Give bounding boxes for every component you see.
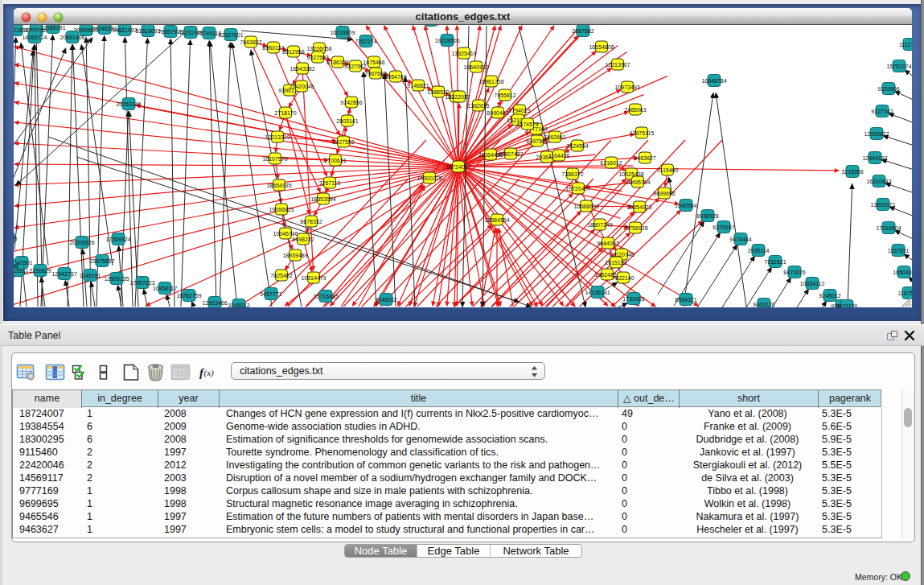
svg-text:1145191: 1145191 [80,273,101,278]
svg-text:21164436: 21164436 [478,152,503,158]
svg-text:62527601: 62527601 [218,32,243,38]
svg-text:15751074: 15751074 [886,64,911,69]
svg-text:19166825: 19166825 [269,207,294,212]
svg-text:1675466: 1675466 [363,60,384,65]
svg-text:12975115: 12975115 [630,130,655,136]
svg-text:(x): (x) [204,368,215,378]
svg-text:17016504: 17016504 [876,225,901,231]
svg-text:7625402: 7625402 [270,273,292,278]
svg-text:12942737: 12942737 [51,271,76,277]
svg-text:13692971: 13692971 [870,202,895,208]
svg-text:16495794: 16495794 [625,179,650,185]
svg-text:16640910: 16640910 [463,64,488,70]
svg-text:19384554: 19384554 [484,217,509,223]
svg-text:9699695: 9699695 [653,191,675,196]
svg-text:9463627: 9463627 [634,155,655,161]
svg-text:9463120: 9463120 [753,302,774,307]
svg-text:22420046: 22420046 [289,84,314,89]
svg-text:3215958: 3215958 [841,169,863,175]
svg-text:10120746: 10120746 [609,252,634,257]
svg-text:2156829: 2156829 [29,268,51,274]
svg-text:16210643: 16210643 [866,179,891,184]
svg-text:9115460: 9115460 [657,167,679,173]
svg-text:18353594: 18353594 [310,196,335,202]
svg-text:2803141: 2803141 [336,118,358,124]
svg-text:10914479: 10914479 [301,275,326,281]
svg-text:17957223: 17957223 [129,280,154,286]
svg-text:7485063: 7485063 [624,107,646,113]
svg-text:13226058: 13226058 [306,46,331,51]
svg-text:3624554: 3624554 [566,143,588,149]
svg-text:8471676: 8471676 [783,270,805,275]
svg-text:1640954: 1640954 [675,203,696,208]
svg-text:2718170: 2718170 [274,110,296,116]
svg-text:9227342: 9227342 [871,109,893,114]
svg-text:12923466: 12923466 [202,300,227,306]
svg-text:9474444: 9474444 [729,237,751,242]
svg-text:10958117: 10958117 [153,286,178,291]
svg-text:16543382: 16543382 [290,66,314,72]
svg-text:9242856: 9242856 [340,100,362,105]
svg-text:51819093: 51819093 [135,28,160,34]
svg-text:9457771: 9457771 [260,291,281,297]
svg-text:4574574: 4574574 [516,122,538,127]
svg-text:18939489: 18939489 [282,253,307,258]
svg-text:18724007: 18724007 [446,164,470,170]
svg-text:2935114: 2935114 [748,248,770,253]
svg-text:16961758: 16961758 [478,79,503,84]
svg-text:6379197: 6379197 [713,225,734,230]
svg-text:16648784: 16648784 [701,78,726,84]
svg-text:15300275: 15300275 [417,175,441,181]
svg-text:15720407: 15720407 [565,186,590,192]
svg-text:16033809: 16033809 [330,30,355,35]
svg-text:23975857: 23975857 [89,258,114,264]
svg-text:12505135: 12505135 [104,276,129,282]
svg-text:17359924: 17359924 [105,237,130,242]
svg-text:7386372: 7386372 [561,171,583,177]
svg-text:7632621: 7632621 [764,259,786,265]
svg-text:16154808: 16154808 [589,44,614,50]
svg-text:8990443: 8990443 [487,110,508,116]
svg-text:1733426: 1733426 [622,296,644,302]
svg-text:19654923: 19654923 [626,204,651,210]
svg-text:14055724: 14055724 [22,35,47,40]
svg-text:7955812: 7955812 [494,93,515,98]
svg-text:8471126: 8471126 [836,303,858,308]
svg-text:751081: 751081 [14,263,19,269]
svg-text:6497503: 6497503 [526,138,548,144]
svg-text:9329906: 9329906 [877,86,899,92]
svg-text:10688609: 10688609 [573,204,598,209]
svg-text:8960124: 8960124 [262,45,284,51]
svg-text:9427552: 9427552 [332,139,354,145]
svg-text:8554321: 8554321 [675,297,696,303]
svg-text:10025438: 10025438 [618,171,643,177]
svg-text:9684007: 9684007 [597,241,618,246]
svg-text:9794023: 9794023 [508,108,530,113]
svg-text:1362615: 1362615 [467,103,489,109]
svg-text:20206526: 20206526 [69,240,94,245]
svg-text:7357274: 7357274 [355,39,376,44]
svg-text:9245012: 9245012 [228,303,249,308]
svg-text:8322037: 8322037 [448,94,470,100]
svg-text:14136141: 14136141 [585,290,610,295]
svg-text:1650431: 1650431 [893,270,912,275]
svg-text:9146821: 9146821 [407,83,429,89]
svg-text:94821993: 94821993 [112,27,137,33]
svg-text:16107570: 16107570 [262,156,287,162]
svg-text:8678332: 8678332 [300,219,322,225]
svg-text:10973493: 10973493 [614,84,639,90]
svg-text:70756928: 70756928 [622,225,647,231]
svg-text:9245012: 9245012 [819,293,840,299]
svg-text:9245032: 9245032 [375,297,396,303]
svg-text:1700631: 1700631 [324,158,346,163]
svg-text:8454749: 8454749 [384,74,406,80]
svg-text:13325419: 13325419 [451,51,476,56]
svg-text:2967608: 2967608 [364,71,386,76]
svg-text:9327503: 9327503 [306,55,328,60]
svg-text:3267110: 3267110 [319,180,341,186]
svg-text:263605: 263605 [14,236,18,241]
svg-text:1167531: 1167531 [888,248,910,253]
svg-text:13186091: 13186091 [40,25,65,31]
svg-text:1164436: 1164436 [548,153,570,159]
svg-text:15716485: 15716485 [313,294,338,299]
